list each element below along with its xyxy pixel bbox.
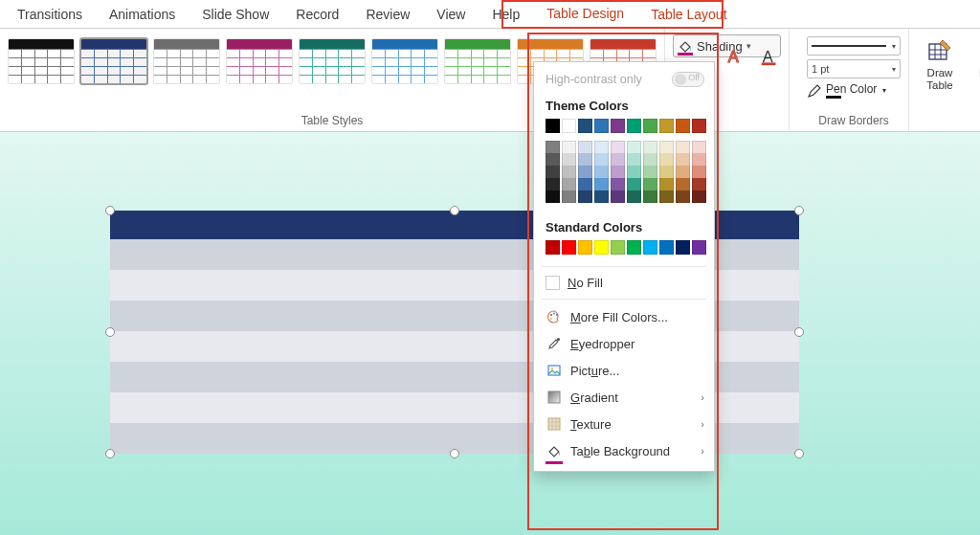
color-swatch[interactable] [676, 141, 690, 153]
color-swatch[interactable] [659, 166, 674, 178]
color-swatch[interactable] [676, 166, 690, 178]
border-style-combo[interactable]: ▾ [807, 36, 901, 56]
color-swatch[interactable] [692, 166, 706, 178]
color-swatch[interactable] [676, 178, 690, 190]
color-swatch[interactable] [627, 190, 641, 203]
color-swatch[interactable] [578, 178, 592, 190]
table-style-swatch[interactable] [8, 38, 75, 84]
color-swatch[interactable] [594, 178, 609, 190]
slide-canvas[interactable] [0, 132, 980, 535]
color-swatch[interactable] [546, 240, 560, 255]
pen-color-button[interactable]: Pen Color ▾ [807, 82, 901, 99]
color-swatch[interactable] [594, 141, 609, 153]
color-swatch[interactable] [692, 153, 706, 166]
color-swatch[interactable] [578, 119, 592, 133]
color-swatch[interactable] [562, 141, 576, 153]
color-swatch[interactable] [562, 190, 576, 203]
more-fill-colors-item[interactable]: More Fill Colors... [534, 303, 714, 330]
tab-transitions[interactable]: Transitions [4, 1, 96, 28]
color-swatch[interactable] [643, 141, 657, 153]
resize-handle[interactable] [105, 449, 115, 458]
tab-slide-show[interactable]: Slide Show [189, 1, 282, 28]
color-swatch[interactable] [546, 141, 560, 153]
draw-table-button[interactable]: DrawTable [917, 38, 963, 92]
color-swatch[interactable] [627, 119, 641, 133]
resize-handle[interactable] [450, 206, 459, 215]
color-swatch[interactable] [676, 240, 690, 255]
table-style-swatch[interactable] [371, 38, 438, 84]
color-swatch[interactable] [659, 153, 674, 166]
color-swatch[interactable] [611, 166, 625, 178]
picture-item[interactable]: Picture... [534, 357, 714, 384]
eyedropper-item[interactable]: Eyedropper [534, 330, 714, 357]
no-fill-item[interactable]: No Fill [534, 271, 714, 295]
color-swatch[interactable] [643, 166, 657, 178]
resize-handle[interactable] [794, 327, 804, 337]
resize-handle[interactable] [450, 449, 459, 458]
color-swatch[interactable] [659, 141, 674, 153]
color-swatch[interactable] [659, 178, 674, 190]
color-swatch[interactable] [692, 178, 706, 190]
tab-review[interactable]: Review [352, 1, 423, 28]
tab-record[interactable]: Record [282, 1, 352, 28]
color-swatch[interactable] [659, 190, 674, 203]
text-fill-icon[interactable]: A [756, 36, 783, 77]
color-swatch[interactable] [643, 119, 657, 133]
gradient-item[interactable]: Gradient › [534, 384, 714, 411]
color-swatch[interactable] [562, 240, 576, 255]
color-swatch[interactable] [611, 240, 625, 255]
color-swatch[interactable] [594, 153, 609, 166]
color-swatch[interactable] [627, 153, 641, 166]
color-swatch[interactable] [578, 190, 592, 203]
table-style-swatch[interactable] [153, 38, 220, 84]
tab-view[interactable]: View [423, 1, 479, 28]
color-swatch[interactable] [594, 240, 609, 255]
high-contrast-toggle[interactable]: Off [672, 72, 704, 87]
color-swatch[interactable] [627, 240, 641, 255]
color-swatch[interactable] [594, 190, 609, 203]
color-swatch[interactable] [594, 119, 609, 133]
tab-table-design[interactable]: Table Design [533, 0, 637, 29]
color-swatch[interactable] [611, 190, 625, 203]
color-swatch[interactable] [578, 153, 592, 166]
color-swatch[interactable] [643, 190, 657, 203]
color-swatch[interactable] [594, 166, 609, 178]
color-swatch[interactable] [546, 153, 560, 166]
resize-handle[interactable] [794, 449, 804, 458]
table-style-swatch[interactable] [80, 38, 147, 84]
tab-help[interactable]: Help [479, 1, 533, 28]
table-style-swatch[interactable] [299, 38, 366, 84]
color-swatch[interactable] [692, 190, 706, 203]
color-swatch[interactable] [546, 119, 560, 133]
color-swatch[interactable] [692, 240, 706, 255]
color-swatch[interactable] [659, 240, 674, 255]
color-swatch[interactable] [611, 141, 625, 153]
resize-handle[interactable] [105, 206, 115, 215]
color-swatch[interactable] [562, 166, 576, 178]
color-swatch[interactable] [562, 178, 576, 190]
table-background-item[interactable]: Table Background › [534, 437, 714, 467]
color-swatch[interactable] [692, 141, 706, 153]
color-swatch[interactable] [611, 119, 625, 133]
color-swatch[interactable] [627, 166, 641, 178]
eraser-button[interactable]: Eraser [972, 38, 980, 92]
table-style-swatch[interactable] [226, 38, 293, 84]
color-swatch[interactable] [562, 119, 576, 133]
color-swatch[interactable] [546, 166, 560, 178]
color-swatch[interactable] [562, 153, 576, 166]
color-swatch[interactable] [546, 190, 560, 203]
resize-handle[interactable] [105, 327, 115, 337]
color-swatch[interactable] [578, 166, 592, 178]
color-swatch[interactable] [578, 240, 592, 255]
color-swatch[interactable] [611, 153, 625, 166]
tab-table-layout[interactable]: Table Layout [637, 1, 740, 28]
color-swatch[interactable] [659, 119, 674, 133]
color-swatch[interactable] [546, 178, 560, 190]
color-swatch[interactable] [611, 178, 625, 190]
texture-item[interactable]: Texture › [534, 411, 714, 437]
color-swatch[interactable] [643, 178, 657, 190]
color-swatch[interactable] [676, 119, 690, 133]
color-swatch[interactable] [676, 153, 690, 166]
text-outline-icon[interactable]: A [722, 36, 748, 77]
color-swatch[interactable] [692, 119, 706, 133]
